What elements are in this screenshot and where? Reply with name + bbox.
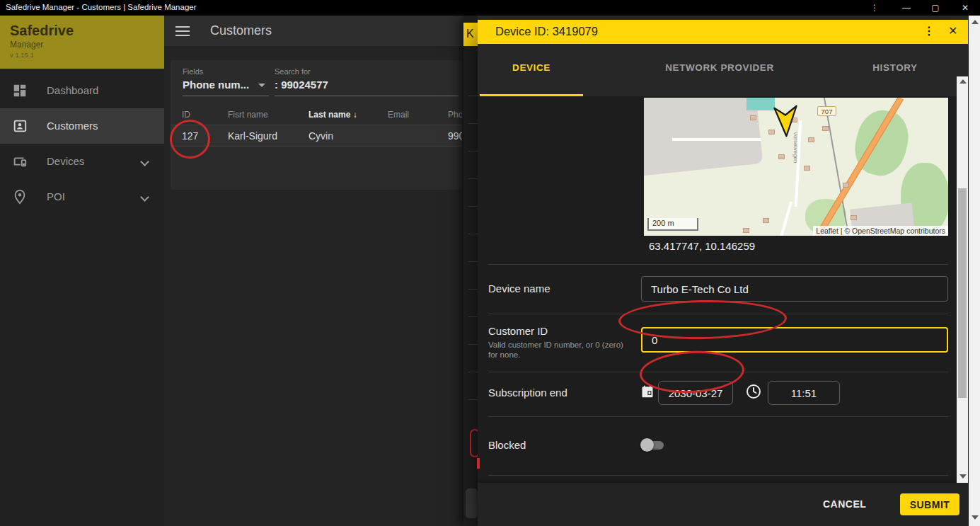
page-title: Customers [210, 23, 272, 38]
fields-select[interactable]: Phone num... [183, 79, 260, 91]
window-menu-icon[interactable]: ⋮ [863, 0, 887, 16]
scroll-up-icon[interactable] [972, 20, 979, 24]
device-name-input[interactable] [641, 276, 948, 302]
chevron-down-icon[interactable] [142, 159, 149, 166]
sort-descending-icon: ↓ [353, 110, 357, 120]
sidebar-item-label: Devices [47, 155, 84, 167]
device-position-marker-icon[interactable] [773, 105, 797, 137]
background-dialog-button-fragment[interactable] [466, 488, 478, 518]
dialog-tab-bar: DEVICE NETWORK PROVIDER HISTORY [478, 44, 968, 96]
window-titlebar: Safedrive Manager - Customers | Safedriv… [0, 0, 980, 16]
subscription-end-label: Subscription end [488, 387, 567, 399]
clock-icon[interactable] [745, 383, 762, 400]
map-road [672, 138, 761, 141]
map-road-ref-badge: 707 [817, 106, 836, 116]
submit-button[interactable]: SUBMIT [900, 493, 959, 515]
window-minimize-icon[interactable]: — [894, 0, 918, 16]
cell-id: 127 [182, 130, 198, 142]
brand-name: Safedrive [10, 23, 154, 39]
customers-icon [12, 118, 28, 134]
sidebar-item-dashboard[interactable]: Dashboard [0, 73, 164, 108]
map-attribution[interactable]: Leaflet | © OpenStreetMap contributors [813, 226, 948, 236]
background-dialog-title-fragment: K [463, 23, 478, 46]
hamburger-menu-icon[interactable] [175, 26, 190, 36]
select-dropdown-arrow-icon[interactable] [258, 84, 265, 87]
dialog-title: Device ID: 3419079 [495, 25, 598, 38]
window-maximize-icon[interactable]: ▢ [923, 0, 947, 16]
subscription-time-input[interactable] [768, 381, 840, 405]
window-title: Safedrive Manager - Customers | Safedriv… [6, 3, 197, 11]
dialog-menu-icon[interactable]: ⋮ [923, 24, 935, 38]
page-scrollbar[interactable] [969, 16, 980, 526]
scroll-down-icon[interactable] [972, 515, 979, 520]
device-name-label: Device name [488, 282, 550, 295]
map-road [780, 201, 792, 236]
dialog-header: Device ID: 3419079 ⋮ ✕ [478, 20, 968, 44]
brand-block: Safedrive Manager v 1.15.1 [0, 16, 164, 69]
dialog-scrollbar-thumb[interactable] [958, 188, 967, 398]
divider [488, 372, 948, 372]
divider [488, 264, 948, 265]
fields-select-label: Fields [183, 67, 203, 76]
tab-device[interactable]: DEVICE [512, 62, 550, 73]
customer-id-hint: Valid customer ID number, or 0 (zero) fo… [488, 340, 633, 360]
dashboard-icon [12, 83, 28, 98]
cancel-button[interactable]: CANCEL [816, 495, 873, 513]
sidebar-item-label: POI [47, 190, 65, 202]
dialog-content: 707 Vorsetvegen 200 m Leaflet | © OpenSt… [478, 96, 957, 503]
search-for-label: Search for [275, 67, 311, 76]
window-close-icon[interactable]: ✕ [953, 0, 977, 16]
sidebar-item-label: Customers [47, 120, 98, 132]
sidebar-item-customers[interactable]: Customers [0, 108, 164, 144]
brand-version: v 1.15.1 [10, 51, 154, 59]
cell-last-name: Cyvin [309, 130, 333, 142]
device-dialog: Device ID: 3419079 ⋮ ✕ DEVICE NETWORK PR… [478, 20, 968, 526]
chevron-down-icon[interactable] [142, 194, 149, 201]
subscription-date-input[interactable] [658, 381, 733, 405]
divider [488, 314, 948, 314]
cell-first-name: Karl-Sigurd [228, 130, 277, 142]
poi-pin-icon [12, 189, 28, 205]
blocked-toggle[interactable] [640, 438, 667, 452]
cell-phone: 990 [448, 130, 462, 142]
table-row[interactable]: 127 Karl-Sigurd Cyvin 990 [171, 125, 462, 147]
divider [488, 475, 948, 476]
dialog-close-icon[interactable]: ✕ [948, 24, 957, 38]
sidebar-item-poi[interactable]: POI [0, 179, 164, 215]
search-input[interactable]: : 99024577 [275, 79, 328, 91]
dialog-scrollbar[interactable] [957, 76, 968, 483]
devices-icon [12, 154, 28, 169]
column-header-id[interactable]: ID [182, 110, 190, 120]
scroll-down-icon[interactable] [959, 474, 967, 479]
customer-id-input[interactable] [641, 327, 948, 353]
sidebar: Safedrive Manager v 1.15.1 Dashboard Cus… [0, 16, 164, 526]
sidebar-item-label: Dashboard [47, 84, 98, 96]
sidebar-item-devices[interactable]: Devices [0, 144, 164, 179]
column-header-email[interactable]: Email [388, 110, 409, 120]
map-residential-area [644, 98, 763, 176]
column-header-first-name[interactable]: Fisrt name [228, 110, 268, 120]
customer-id-label: Customer ID [488, 325, 548, 337]
background-dialog-edge: K [463, 16, 478, 526]
fields-underline [183, 96, 269, 96]
tab-network-provider[interactable]: NETWORK PROVIDER [665, 62, 774, 73]
annotation-fragment-dash [477, 458, 480, 469]
column-header-phone[interactable]: Phone [448, 110, 462, 120]
customers-card: Fields Phone num... Search for : 9902457… [171, 60, 462, 190]
device-location-map[interactable]: 707 Vorsetvegen 200 m Leaflet | © OpenSt… [644, 98, 948, 236]
column-header-last-name[interactable]: Last name ↓ [309, 110, 357, 120]
brand-sub: Manager [10, 40, 154, 50]
dialog-footer: CANCEL SUBMIT [478, 483, 968, 526]
blocked-label: Blocked [488, 439, 526, 451]
search-underline [275, 96, 459, 96]
tab-history[interactable]: HISTORY [872, 62, 917, 73]
map-pond [746, 98, 775, 110]
scroll-up-icon[interactable] [959, 79, 967, 84]
device-coordinates: 63.417747, 10.146259 [649, 240, 755, 252]
map-scale-bar: 200 m [647, 218, 698, 231]
calendar-icon[interactable] [640, 384, 655, 399]
divider [488, 416, 948, 417]
